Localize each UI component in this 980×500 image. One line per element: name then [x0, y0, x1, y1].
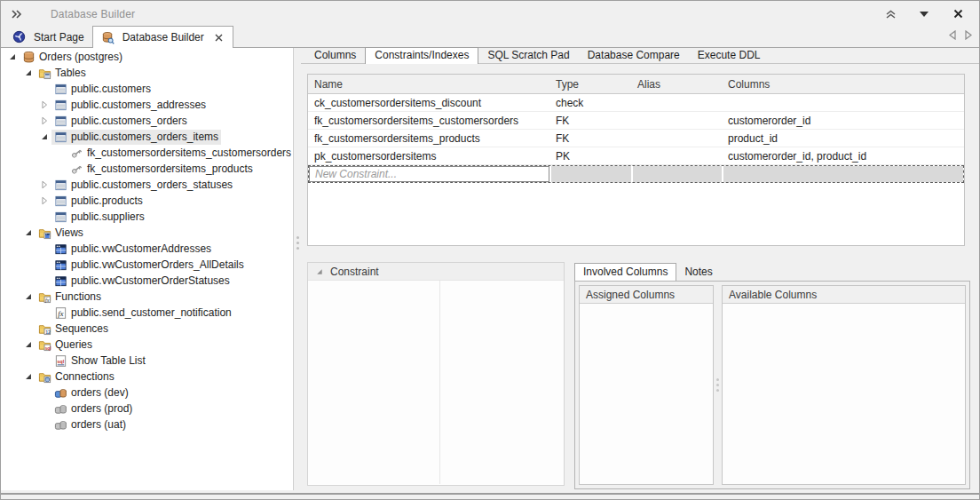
close-tab-icon[interactable] — [214, 32, 225, 43]
list-splitter[interactable] — [714, 285, 722, 485]
close-window-icon[interactable] — [951, 7, 965, 21]
window-bottom-frame — [1, 490, 979, 499]
tab-database-builder[interactable]: Database Builder — [92, 26, 233, 48]
tree-item-body: public.customers_addresses — [51, 98, 209, 113]
tree-item[interactable]: public.products — [1, 193, 293, 209]
new-constraint-input[interactable]: New Constraint... — [309, 166, 549, 182]
main-tab-strip: Start Page Database Builder — [1, 25, 979, 48]
tree-item[interactable]: Tables — [1, 65, 293, 81]
constraint-panel-header[interactable]: Constraint — [308, 263, 564, 281]
tree-item-label: Functions — [55, 290, 101, 303]
expand-docked-panel-icon[interactable] — [10, 7, 24, 21]
expand-toggle-icon[interactable] — [20, 372, 36, 381]
tab-involved-columns[interactable]: Involved Columns — [574, 263, 676, 281]
tab-scroll-left-icon[interactable] — [949, 30, 956, 43]
splitter-grip-icon — [296, 236, 299, 239]
assigned-columns-body[interactable] — [580, 304, 713, 484]
svg-text:12: 12 — [45, 329, 51, 334]
constraint-property-grid[interactable] — [308, 281, 564, 484]
tree-item[interactable]: public.customers_orders_items — [1, 129, 293, 145]
tree-item-label: public.customers_orders_items — [71, 131, 218, 143]
tree-item[interactable]: Connections — [1, 369, 293, 385]
tree-item[interactable]: sqlShow Table List — [1, 353, 293, 369]
table-icon — [54, 115, 67, 128]
tree-item[interactable]: public.vwCustomerOrderStatuses — [1, 273, 293, 289]
tree-item-label: public.send_customer_notification — [71, 306, 232, 319]
tree-item-label: Queries — [55, 338, 92, 351]
tree-item[interactable]: orders (prod) — [1, 401, 293, 417]
tree-item[interactable]: public.vwCustomerOrders_AllDetails — [1, 257, 293, 273]
available-columns-body[interactable] — [723, 304, 965, 484]
tree-item-body: orders (dev) — [51, 385, 131, 401]
tree-item[interactable]: fxFunctions — [1, 289, 293, 305]
view-icon — [54, 274, 67, 288]
tree-item-body: public.vwCustomerOrderStatuses — [51, 274, 233, 289]
constraint-row[interactable]: ck_customersordersitems_discountcheck — [308, 94, 964, 112]
editor-tab-database-compare[interactable]: Database Compare — [579, 48, 689, 63]
constraint-row[interactable]: pk_customersordersitemsPKcustomerorder_i… — [308, 147, 964, 165]
tree-item[interactable]: fk_customersordersitems_customersorders — [1, 145, 293, 161]
tree-item[interactable]: public.vwCustomerAddresses — [1, 241, 293, 257]
tab-scroll-right-icon[interactable] — [965, 30, 972, 43]
folder-tables-icon — [38, 67, 51, 80]
tree-item[interactable]: public.customers_addresses — [1, 97, 293, 113]
folder-sequences-icon: 12 — [38, 322, 51, 336]
tree-item[interactable]: public.customers — [1, 81, 293, 97]
tree-item-body: Orders (postgres) — [20, 50, 125, 65]
tree-splitter[interactable] — [294, 48, 301, 490]
grid-column-header[interactable]: Columns — [722, 78, 964, 91]
svg-text:fx: fx — [45, 297, 50, 302]
expand-toggle-icon[interactable] — [36, 132, 51, 141]
tab-notes[interactable]: Notes — [676, 264, 720, 281]
table-icon — [54, 210, 67, 224]
tree-item-label: orders (dev) — [71, 386, 129, 399]
tree-item[interactable]: 12Sequences — [1, 321, 293, 337]
tree-item[interactable]: sqlQueries — [1, 337, 293, 353]
tree-item-body: orders (prod) — [51, 401, 135, 417]
main-content: Orders (postgres)Tablespublic.customersp… — [1, 48, 979, 490]
expand-toggle-icon[interactable] — [20, 228, 36, 237]
expand-toggle-icon[interactable] — [4, 52, 20, 61]
tree-item[interactable]: public.suppliers — [1, 209, 293, 225]
grid-cell: product_id — [722, 132, 964, 145]
tab-start-page[interactable]: Start Page — [4, 27, 92, 47]
constraint-row[interactable]: fk_customersordersitems_productsFKproduc… — [308, 130, 964, 147]
tree-item[interactable]: Orders (postgres) — [1, 49, 293, 65]
editor-tab-constraints-indexes[interactable]: Constraints/Indexes — [365, 47, 478, 64]
window-menu-dropdown-icon[interactable] — [917, 7, 931, 21]
tree-item-body: public.customers_orders — [51, 114, 190, 129]
editor-tab-execute-ddl[interactable]: Execute DDL — [689, 48, 770, 63]
tree-item-body: public.customers_orders_items — [51, 130, 221, 145]
assigned-columns-list: Assigned Columns — [579, 285, 714, 485]
expand-toggle-icon[interactable] — [36, 196, 51, 205]
expand-toggle-icon[interactable] — [20, 68, 36, 77]
tree-item[interactable]: orders (uat) — [1, 417, 293, 433]
constraint-row[interactable]: fk_customersordersitems_customersordersF… — [308, 112, 964, 130]
editor-tab-sql-scratch-pad[interactable]: SQL Scratch Pad — [478, 48, 578, 63]
expand-toggle-icon[interactable] — [36, 180, 51, 189]
grid-column-header[interactable]: Alias — [631, 78, 722, 91]
expand-toggle-icon[interactable] — [20, 340, 36, 349]
editor-tab-columns[interactable]: Columns — [305, 48, 365, 63]
collapse-panel-icon[interactable] — [883, 7, 897, 21]
window-title: Database Builder — [51, 8, 135, 20]
tree-item-label: fk_customersordersitems_products — [87, 163, 253, 175]
tree-item-label: fk_customersordersitems_customersorders — [87, 147, 291, 159]
tree-item[interactable]: Views — [1, 225, 293, 241]
tree-item[interactable]: orders (dev) — [1, 385, 293, 401]
grid-column-header[interactable]: Name — [308, 78, 549, 91]
expand-toggle-icon[interactable] — [20, 292, 36, 301]
tree-item[interactable]: public.customers_orders_statuses — [1, 177, 293, 193]
tree-item-label: public.customers_addresses — [71, 99, 206, 111]
grid-cell: fk_customersordersitems_customersorders — [308, 115, 549, 127]
folder-views-icon — [38, 226, 51, 240]
tree-item-label: Views — [55, 226, 83, 239]
tree-item-body: fxpublic.send_customer_notification — [51, 306, 234, 321]
expand-toggle-icon[interactable] — [36, 100, 51, 109]
table-icon — [54, 131, 67, 144]
expand-toggle-icon[interactable] — [36, 116, 51, 125]
tree-item[interactable]: public.customers_orders — [1, 113, 293, 129]
tree-item[interactable]: fxpublic.send_customer_notification — [1, 305, 293, 321]
grid-column-header[interactable]: Type — [549, 78, 631, 91]
tree-item[interactable]: fk_customersordersitems_products — [1, 161, 293, 177]
